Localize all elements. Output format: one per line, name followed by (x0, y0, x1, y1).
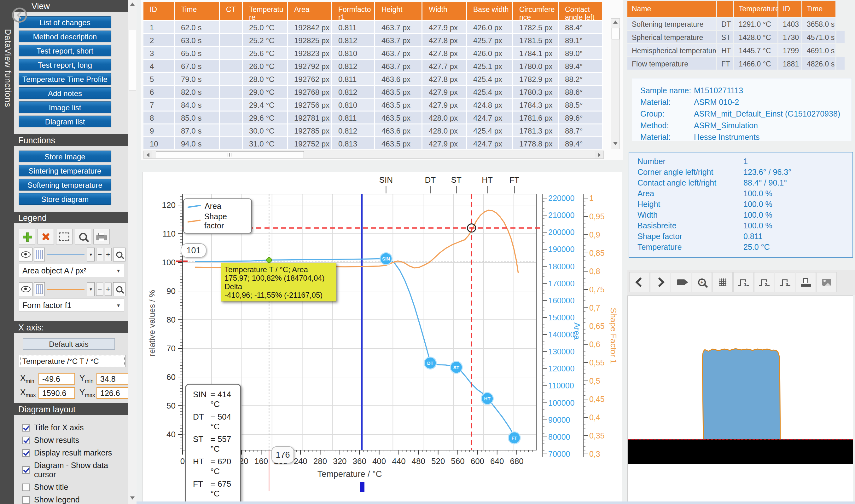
scroll-up-icon[interactable] (130, 2, 135, 6)
view-button[interactable]: Temperature-Time Profile (19, 73, 111, 85)
magnifier-icon (79, 233, 87, 241)
checkbox[interactable] (22, 449, 30, 457)
select-region-button[interactable] (56, 229, 72, 245)
next-image-button[interactable] (650, 272, 670, 292)
view-button[interactable]: Test report, short (19, 45, 111, 56)
column-header[interactable]: Temperature (243, 2, 288, 20)
grid-overlay-button[interactable] (713, 272, 733, 292)
series-thicker-button[interactable]: + (105, 248, 111, 261)
view-button[interactable]: Method description (19, 31, 111, 42)
x-axis-select[interactable]: Temperature /°C T / °C (19, 355, 125, 367)
profile-1-button[interactable]: 1 (733, 272, 753, 292)
sidebar-scrollbar[interactable] (128, 0, 137, 504)
view-button[interactable]: Diagram list (19, 115, 111, 127)
svg-text:280: 280 (313, 456, 327, 466)
ymax-field[interactable]: 126.6 (97, 387, 133, 399)
remove-series-button[interactable] (37, 229, 54, 245)
function-button[interactable]: Softening temperature (19, 179, 111, 191)
layout-option-row: Title for X axis (22, 423, 125, 432)
scroll-right-button[interactable] (595, 151, 604, 159)
series-line-dropdown[interactable]: ▼ (87, 282, 94, 296)
function-button[interactable]: Store image (19, 150, 111, 162)
column-header[interactable]: Circumference (513, 2, 559, 20)
svg-text:110000: 110000 (548, 381, 574, 390)
view-button[interactable]: List of changes (19, 16, 111, 28)
column-header[interactable]: CT (220, 2, 243, 20)
svg-text:120000: 120000 (548, 364, 574, 373)
scroll-down-icon[interactable] (613, 142, 617, 145)
scrollbar-thumb[interactable] (612, 28, 620, 39)
scroll-down-icon[interactable] (130, 497, 135, 500)
default-axis-button[interactable]: Default axis (23, 338, 115, 350)
previous-image-button[interactable] (629, 272, 649, 292)
svg-text:0,3: 0,3 (589, 450, 600, 458)
legend-label: Shape factor (204, 212, 247, 230)
series-thinner-button[interactable]: − (96, 248, 103, 261)
series-style-button[interactable] (34, 248, 45, 262)
sidebar-tab-dataview-functions[interactable]: DataView functions (3, 29, 13, 107)
function-button[interactable]: Store diagram (19, 193, 111, 205)
scroll-up-icon[interactable] (613, 20, 617, 24)
checkbox[interactable] (22, 424, 30, 432)
sample-image-view[interactable] (627, 295, 853, 503)
video-button[interactable] (671, 272, 691, 292)
svg-text:Area: Area (572, 323, 582, 340)
svg-text:HT: HT (484, 396, 491, 401)
sample-holder-button[interactable] (796, 272, 816, 292)
series-line-dropdown[interactable]: ▼ (87, 248, 94, 262)
view-button[interactable]: Add notes (19, 87, 111, 99)
column-header[interactable]: Contact angle left (559, 2, 603, 20)
column-header[interactable]: ID (779, 1, 802, 17)
ymin-field[interactable]: 34.8 (97, 373, 133, 384)
info-value: Hesse Instruments (694, 132, 852, 142)
collapse-sidebar-button[interactable] (12, 7, 27, 23)
column-header[interactable]: ID (143, 2, 175, 20)
profile-2-button[interactable]: 2 (754, 272, 774, 292)
xmin-field[interactable]: -49.6 (38, 373, 75, 384)
cursor-y-value-label: 101 (181, 243, 207, 258)
series-visibility-button[interactable] (19, 248, 33, 262)
view-button[interactable]: Test report, long (19, 59, 111, 71)
series-thinner-button[interactable]: − (96, 283, 103, 296)
series-select[interactable]: Area object A / px² ▼ (19, 264, 124, 277)
function-button[interactable]: Sintering temperature (19, 165, 111, 176)
checkbox[interactable] (22, 437, 30, 444)
eye-icon (21, 286, 31, 292)
series-select[interactable]: Form factor f1 ▼ (19, 299, 124, 312)
checkbox[interactable] (22, 466, 30, 474)
column-header[interactable]: Height (375, 2, 422, 20)
section-title-functions: Functions (0, 134, 128, 146)
series-thicker-button[interactable]: + (105, 283, 111, 296)
series-zoom-button[interactable] (113, 248, 125, 262)
export-image-button[interactable] (817, 272, 837, 292)
checkbox[interactable] (22, 484, 30, 491)
column-header[interactable]: Area (288, 2, 332, 20)
svg-text:FT: FT (509, 175, 519, 185)
column-header[interactable]: Time (175, 2, 220, 20)
view-button[interactable]: Image list (19, 102, 111, 113)
scrollbar-thumb[interactable] (156, 151, 304, 158)
xmax-field[interactable]: 1590.6 (38, 387, 75, 399)
column-header[interactable]: Formfactor1 (332, 2, 375, 20)
column-header[interactable]: Width (422, 2, 467, 20)
zoom-button[interactable] (75, 229, 91, 245)
scrollbar-thumb[interactable] (129, 30, 136, 90)
add-series-button[interactable] (19, 229, 35, 245)
series-zoom-button[interactable] (113, 282, 125, 296)
table-vertical-scrollbar[interactable] (611, 18, 620, 149)
table-horizontal-scrollbar[interactable] (143, 150, 604, 159)
image-icon (822, 279, 831, 286)
column-header[interactable]: Temperature (734, 1, 779, 17)
column-header[interactable] (717, 1, 734, 17)
column-header[interactable]: Base width (467, 2, 513, 20)
zoom-image-button[interactable]: + (692, 272, 712, 292)
column-header[interactable]: Name (627, 1, 717, 17)
print-button[interactable] (93, 229, 110, 245)
checkbox[interactable] (22, 496, 30, 504)
data-cursor-tooltip: Temperature T / °C; Area175,97; 100,82% … (221, 263, 336, 302)
profile-3-button[interactable]: 3 (775, 272, 795, 292)
series-style-button[interactable] (34, 282, 45, 296)
scroll-left-button[interactable] (144, 151, 152, 159)
series-visibility-button[interactable] (19, 282, 33, 296)
column-header[interactable]: Time (802, 1, 836, 17)
